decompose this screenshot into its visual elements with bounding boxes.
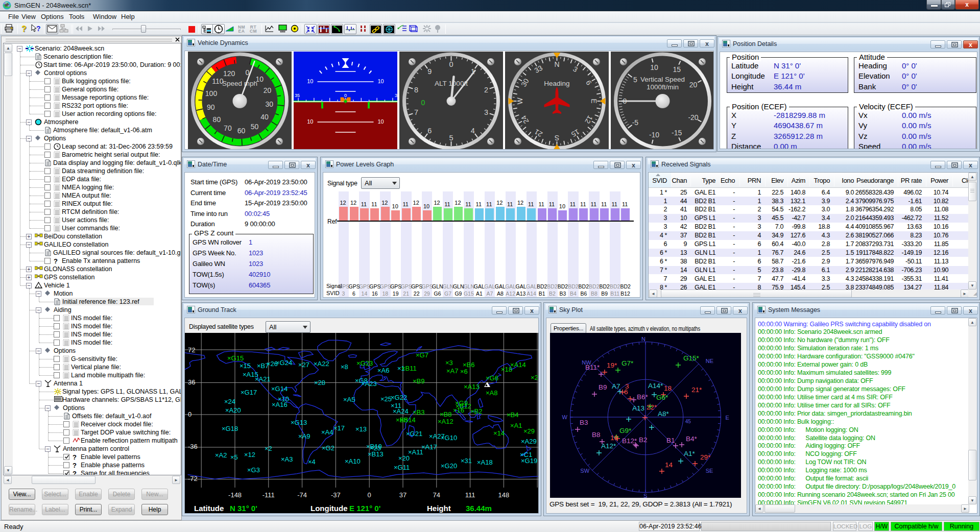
- svg-text:-111: -111: [262, 491, 275, 499]
- svg-text:×5: ×5: [230, 453, 238, 461]
- svg-text:3: 3: [484, 108, 488, 116]
- svg-text:2: 2: [484, 86, 488, 94]
- svg-text:×G14: ×G14: [271, 385, 288, 393]
- svg-text:SW: SW: [580, 468, 589, 474]
- svg-text:N: N: [641, 336, 646, 342]
- svg-text:Speed mph: Speed mph: [222, 80, 257, 87]
- svg-text:×20: ×20: [398, 454, 410, 462]
- svg-text:36.44m: 36.44m: [466, 504, 492, 513]
- svg-text:×15: ×15: [240, 362, 251, 370]
- svg-text:×17: ×17: [333, 424, 345, 432]
- svg-text:20: 20: [689, 81, 698, 89]
- svg-text:×3: ×3: [445, 359, 453, 367]
- svg-text:5: 5: [633, 76, 637, 84]
- svg-text:×14: ×14: [493, 429, 505, 437]
- svg-text:×A13: ×A13: [464, 383, 480, 391]
- svg-text:Longitude: Longitude: [310, 504, 347, 513]
- svg-text:×A12: ×A12: [438, 418, 453, 425]
- svg-text:B3: B3: [580, 419, 588, 426]
- svg-text:6: 6: [427, 127, 432, 135]
- svg-text:×12: ×12: [244, 451, 255, 458]
- svg-text:4: 4: [471, 127, 475, 135]
- svg-text:×A18: ×A18: [477, 458, 493, 466]
- svg-text:A1*: A1*: [684, 450, 696, 457]
- svg-text:A7: A7: [612, 382, 620, 390]
- svg-text:G6*: G6*: [656, 394, 668, 401]
- svg-text:A8*: A8*: [658, 410, 670, 418]
- svg-text:-15: -15: [672, 129, 682, 137]
- svg-text:30: 30: [265, 100, 273, 108]
- svg-text:7: 7: [414, 108, 418, 116]
- svg-text:-148: -148: [228, 491, 242, 499]
- svg-text:14: 14: [665, 461, 673, 469]
- svg-text:×B12: ×B12: [456, 402, 471, 410]
- svg-text:×B13: ×B13: [368, 450, 384, 458]
- svg-text:N: N: [554, 60, 559, 68]
- svg-text:×G15: ×G15: [227, 354, 244, 362]
- svg-text:E: E: [726, 415, 729, 421]
- svg-text:45: 45: [685, 419, 691, 424]
- svg-text:-20: -20: [688, 113, 698, 122]
- svg-text:-36: -36: [188, 443, 198, 450]
- svg-text:S: S: [555, 134, 559, 142]
- svg-text:×A14: ×A14: [510, 361, 526, 369]
- svg-text:×6: ×6: [460, 368, 468, 375]
- svg-text:×2: ×2: [265, 445, 272, 452]
- svg-text:W: W: [562, 414, 568, 420]
- svg-text:×A22: ×A22: [314, 360, 329, 368]
- svg-text:36: 36: [188, 378, 195, 386]
- svg-text:×G22: ×G22: [391, 394, 407, 401]
- svg-text:×B8: ×B8: [440, 410, 452, 418]
- svg-text:80: 80: [213, 115, 221, 124]
- svg-text:×G17: ×G17: [241, 389, 257, 396]
- svg-text:×A5: ×A5: [343, 396, 355, 403]
- svg-text:×G23: ×G23: [356, 359, 373, 367]
- svg-text:W: W: [516, 98, 524, 105]
- svg-text:8: 8: [414, 86, 418, 94]
- svg-text:×28: ×28: [314, 379, 325, 386]
- svg-text:74: 74: [433, 491, 440, 499]
- svg-text:3: 3: [395, 93, 397, 98]
- svg-text:×G6: ×G6: [486, 374, 498, 382]
- svg-text:A12*: A12*: [601, 442, 616, 450]
- svg-text:B8: B8: [592, 431, 601, 439]
- svg-text:-10: -10: [649, 131, 659, 139]
- svg-text:15: 15: [673, 65, 681, 74]
- svg-text:0: 0: [344, 93, 347, 98]
- svg-text:×G3: ×G3: [247, 466, 260, 474]
- svg-text:×A29: ×A29: [521, 438, 537, 445]
- svg-text:×G7: ×G7: [416, 351, 428, 359]
- svg-text:×A16: ×A16: [272, 401, 288, 408]
- svg-text:10: 10: [378, 118, 384, 125]
- svg-text:50: 50: [251, 123, 259, 131]
- svg-text:10: 10: [307, 118, 313, 125]
- svg-text:×G10: ×G10: [441, 434, 457, 442]
- svg-text:100: 100: [205, 89, 218, 98]
- svg-text:5: 5: [449, 134, 453, 142]
- svg-text:×A24: ×A24: [393, 407, 409, 415]
- svg-text:×G11: ×G11: [394, 464, 410, 471]
- svg-text:×13: ×13: [355, 425, 367, 433]
- svg-text:60: 60: [237, 127, 246, 135]
- svg-text:×A17: ×A17: [421, 443, 437, 451]
- svg-text:×A4: ×A4: [321, 428, 333, 436]
- svg-text:×25: ×25: [380, 395, 392, 403]
- svg-text:×2: ×2: [531, 374, 538, 381]
- svg-text:×B3: ×B3: [413, 408, 425, 416]
- svg-text:×B2: ×B2: [470, 407, 483, 415]
- svg-text:N 31° 0': N 31° 0': [230, 504, 257, 513]
- svg-text:×A7: ×A7: [446, 367, 459, 375]
- svg-text:×A1: ×A1: [510, 422, 522, 429]
- svg-text:×A6: ×A6: [377, 367, 390, 374]
- svg-text:22*: 22*: [647, 403, 657, 411]
- svg-text:Height: Height: [427, 504, 451, 513]
- svg-text:×A8: ×A8: [486, 389, 498, 397]
- svg-text:35: 35: [295, 93, 300, 98]
- svg-text:×G2: ×G2: [322, 444, 334, 452]
- svg-text:?: ?: [36, 25, 41, 33]
- svg-text:Latitude: Latitude: [194, 504, 224, 513]
- svg-text:×G20: ×G20: [441, 462, 457, 470]
- svg-text:×A21: ×A21: [255, 375, 271, 383]
- svg-text:0: 0: [449, 60, 453, 68]
- svg-text:E: E: [590, 99, 598, 103]
